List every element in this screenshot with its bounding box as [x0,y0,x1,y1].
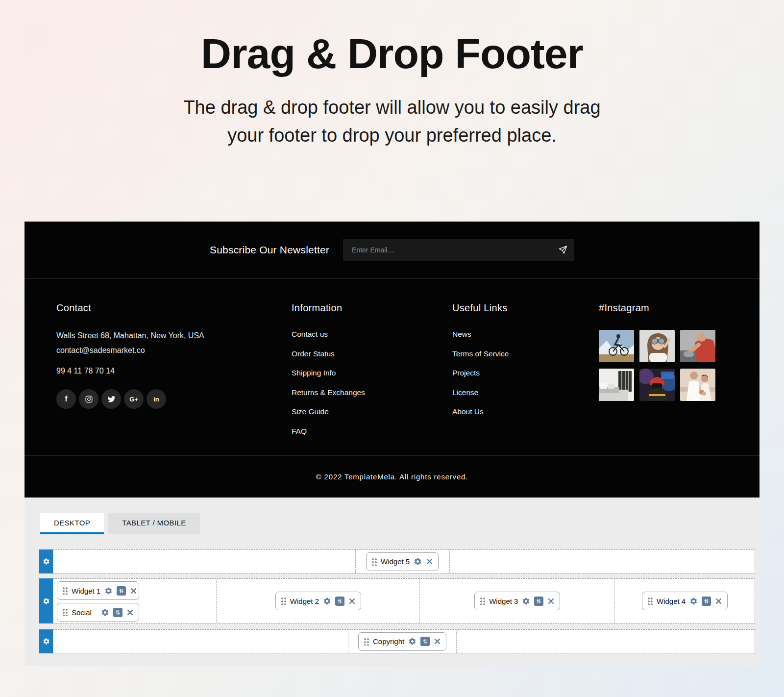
footer-link[interactable]: Terms of Service [452,349,599,358]
close-icon[interactable] [434,638,441,645]
drag-handle-icon[interactable] [371,558,377,566]
gear-icon [43,597,50,605]
drop-cell[interactable]: Widget 4 [615,579,755,623]
widget-chip-copyright[interactable]: Copyright [358,632,446,651]
widget-chip-label: Copyright [373,637,404,646]
facebook-icon[interactable]: f [56,389,76,409]
newsletter-label: Subscribe Our Newsletter [210,244,329,256]
instagram-grid [599,330,760,401]
footer-link[interactable]: News [452,330,599,339]
contact-address: Walls Street 68, Mahattan, New York, USA [56,328,292,343]
sliders-icon[interactable] [420,637,430,646]
sliders-icon[interactable] [534,597,543,606]
sliders-icon[interactable] [335,597,344,606]
copyright-text: © 2022 TemplateMela. All rights reserved… [316,473,468,481]
footer-link[interactable]: License [452,388,599,397]
close-icon[interactable] [126,609,134,616]
google-plus-icon[interactable]: G+ [124,389,144,409]
twitter-icon[interactable] [101,389,121,409]
contact-phone[interactable]: 99 4 11 78 70 14 [56,367,292,375]
row-settings-handle[interactable] [39,629,53,653]
send-button[interactable] [558,246,567,255]
instagram-photo-cyclist[interactable] [599,330,634,362]
contact-heading: Contact [56,302,292,314]
close-icon[interactable] [130,587,137,595]
widget-chip-label: Widget 5 [381,557,410,566]
footer-link[interactable]: FAQ [292,427,452,436]
drag-handle-icon[interactable] [364,638,369,646]
paper-plane-icon [558,246,567,255]
footer-link[interactable]: Contact us [292,330,452,339]
gear-icon[interactable] [689,597,698,605]
drop-cell[interactable] [53,630,348,653]
close-icon[interactable] [547,597,555,605]
footer-link[interactable]: Order Status [292,349,452,358]
footer-preview: Subscribe Our Newsletter Contact Walls S… [24,222,760,498]
close-icon[interactable] [715,597,722,605]
drag-handle-icon[interactable] [62,587,68,595]
instagram-photo-mechanic[interactable] [680,330,715,362]
instagram-photo-bedroom[interactable] [599,369,634,401]
gear-icon[interactable] [104,587,113,595]
drop-cell[interactable]: Widget 3 [420,579,615,623]
widget-chip-widget5[interactable]: Widget 5 [366,552,439,571]
newsletter-bar: Subscribe Our Newsletter [24,222,760,279]
social-links: f G+ in [56,389,292,409]
widget-chip-label: Social [72,608,97,617]
instagram-photo-child-glasses[interactable] [639,330,675,362]
row-dropzone[interactable]: Copyright [53,629,755,653]
instagram-icon[interactable] [79,389,98,409]
row-dropzone[interactable]: Widget 1 Social [53,578,755,623]
widget-chip-widget1[interactable]: Widget 1 [57,581,139,600]
footer-link[interactable]: Projects [452,369,599,377]
editor-tabs: DESKTOP TABLET / MOBILE [40,513,755,534]
drop-cell[interactable]: Copyright [348,630,456,653]
footer-widget-editor: DESKTOP TABLET / MOBILE Widget 5 [24,498,760,666]
linkedin-icon[interactable]: in [147,389,166,409]
sliders-icon[interactable] [702,597,711,606]
tab-desktop[interactable]: DESKTOP [40,513,104,534]
drop-cell[interactable]: Widget 1 Social [53,579,217,623]
widget-chip-label: Widget 4 [657,597,686,605]
gear-icon[interactable] [323,597,331,605]
sliders-icon[interactable] [117,586,126,596]
page-title: Drag & Drop Footer [0,29,784,78]
close-icon[interactable] [426,558,433,565]
drag-handle-icon[interactable] [480,597,485,605]
gear-icon[interactable] [101,608,109,617]
gear-icon[interactable] [522,597,530,605]
footer-link[interactable]: About Us [452,407,599,416]
instagram-photo-firefighter[interactable] [639,369,675,401]
footer-link[interactable]: Returns & Exchanges [292,388,452,397]
drop-cell[interactable] [457,630,755,653]
widget-chip-widget3[interactable]: Widget 3 [474,592,560,610]
drop-cell[interactable]: Widget 2 [217,579,420,623]
close-icon[interactable] [348,597,356,605]
contact-email[interactable]: contact@sadesmarket.co [56,343,292,358]
row-settings-handle[interactable] [39,578,53,623]
drop-cell[interactable] [53,550,356,573]
footer-link[interactable]: Shipping Info [292,369,452,377]
editor-row-bottom: Copyright [39,629,755,653]
gear-icon[interactable] [414,557,422,566]
widget-chip-widget4[interactable]: Widget 4 [642,592,728,610]
drop-cell[interactable]: Widget 5 [356,550,450,573]
information-heading: Information [292,302,452,314]
footer-link[interactable]: Size Guide [292,407,452,416]
email-input[interactable] [343,239,574,261]
drag-handle-icon[interactable] [281,597,286,605]
drop-cell[interactable] [450,550,755,573]
sliders-icon[interactable] [113,608,122,617]
hero-section: Drag & Drop Footer The drag & drop foote… [0,0,784,222]
instagram-photo-wedding[interactable] [680,369,715,401]
widget-chip-widget2[interactable]: Widget 2 [275,592,361,610]
drag-handle-icon[interactable] [62,608,68,616]
gear-icon[interactable] [408,637,416,646]
drag-handle-icon[interactable] [647,597,653,605]
widget-chip-social[interactable]: Social [57,603,139,622]
row-settings-handle[interactable] [39,549,53,573]
tab-tablet-mobile[interactable]: TABLET / MOBILE [108,513,199,534]
copyright-bar: © 2022 TemplateMela. All rights reserved… [24,455,760,498]
information-column: Information Contact us Order Status Ship… [292,302,452,455]
row-dropzone[interactable]: Widget 5 [53,549,755,573]
